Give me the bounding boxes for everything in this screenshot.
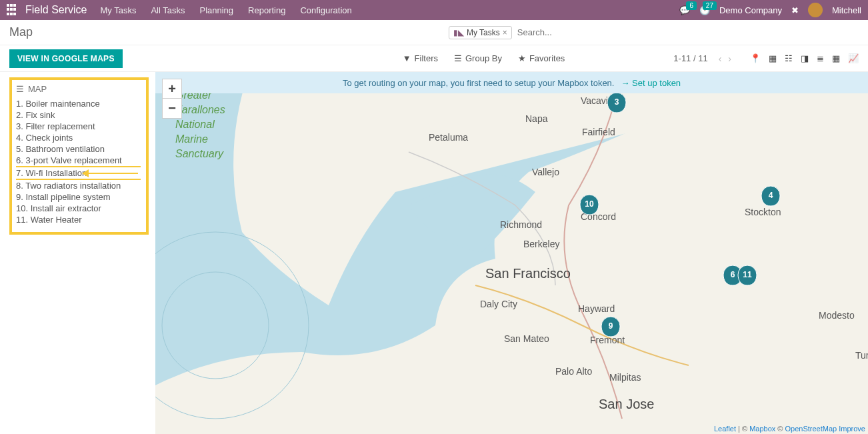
task-item[interactable]: 5. Bathroom ventilation xyxy=(16,143,141,155)
city-label: San Francisco xyxy=(485,266,571,281)
city-label: San Jose xyxy=(599,397,654,411)
next-page-button[interactable]: › xyxy=(728,53,731,64)
svg-text:6: 6 xyxy=(731,270,735,279)
city-label: Petaluma xyxy=(429,132,468,143)
remove-chip-icon[interactable]: × xyxy=(503,28,507,37)
search-chip-my-tasks[interactable]: ▮◣ My Tasks × xyxy=(449,26,512,39)
groupby-button[interactable]: ☰Group By xyxy=(454,53,502,63)
tasks-heading: ☰ MAP xyxy=(16,84,141,94)
park-label: National xyxy=(175,119,215,130)
groupby-label: Group By xyxy=(465,53,502,63)
city-label: Fairfield xyxy=(582,127,615,137)
side-panel: ☰ MAP 1. Boiler maintenance2. Fix sink3.… xyxy=(0,72,155,434)
page-title: Map xyxy=(9,25,33,39)
task-item[interactable]: 3. Filter replacement xyxy=(16,121,141,132)
map-pin-3[interactable]: 3 xyxy=(607,93,626,113)
park-label: Farallones xyxy=(175,104,225,115)
map-pin-4[interactable]: 4 xyxy=(761,186,780,206)
tasks-box: ☰ MAP 1. Boiler maintenance2. Fix sink3.… xyxy=(9,77,149,235)
search-area: ▮◣ My Tasks × xyxy=(449,25,859,40)
search-input[interactable] xyxy=(512,25,859,40)
company-switcher[interactable]: Demo Company xyxy=(719,5,782,15)
app-brand[interactable]: Field Service xyxy=(25,4,87,16)
funnel-icon: ▼ xyxy=(403,53,411,63)
tasks-heading-label: MAP xyxy=(28,84,47,94)
layers-icon: ☰ xyxy=(454,53,462,63)
toolbar-row: VIEW IN GOOGLE MAPS ▼Filters ☰Group By ★… xyxy=(0,45,868,72)
map-attribution: Leaflet | © Mapbox © OpenStreetMap Impro… xyxy=(714,425,865,433)
activity-icon[interactable]: 🕐27 xyxy=(699,5,710,15)
menu-my-tasks[interactable]: My Tasks xyxy=(100,5,136,15)
task-item[interactable]: 8. Two radiators installation xyxy=(16,180,141,191)
user-avatar[interactable] xyxy=(808,3,823,17)
task-item[interactable]: 4. Check joints xyxy=(16,132,141,143)
menu-all-tasks[interactable]: All Tasks xyxy=(151,5,185,15)
map-canvas[interactable]: To get routing on your map, you first ne… xyxy=(155,72,868,434)
activity-count: 27 xyxy=(703,1,717,10)
city-label: Vallejo xyxy=(532,167,559,177)
mapbox-link[interactable]: Mapbox xyxy=(749,425,775,433)
task-item[interactable]: 11. Water Heater xyxy=(16,214,141,225)
prev-page-button[interactable]: ‹ xyxy=(719,53,722,64)
task-item[interactable]: 7. Wi-fi Installation xyxy=(16,166,141,180)
user-name[interactable]: Mitchell xyxy=(832,5,861,15)
setup-token-link[interactable]: → Set up token xyxy=(621,78,681,88)
filters-label: Filters xyxy=(415,53,438,63)
zoom-in-button[interactable]: + xyxy=(162,79,182,99)
zoom-out-button[interactable]: − xyxy=(162,99,182,119)
calendar-view-icon[interactable]: ▦ xyxy=(769,53,777,63)
task-item[interactable]: 2. Fix sink xyxy=(16,109,141,121)
top-nav: Field Service My Tasks All Tasks Plannin… xyxy=(0,0,868,20)
list-view-icon[interactable]: ≣ xyxy=(817,53,824,63)
favorites-button[interactable]: ★Favorites xyxy=(518,53,565,63)
funnel-icon: ▮◣ xyxy=(453,28,464,37)
star-icon: ★ xyxy=(518,53,526,63)
header-row: Map ▮◣ My Tasks × xyxy=(0,20,868,45)
list-icon: ☰ xyxy=(16,84,24,94)
main-menu: My Tasks All Tasks Planning Reporting Co… xyxy=(100,5,351,15)
map-banner: To get routing on your map, you first ne… xyxy=(155,72,868,93)
improve-link[interactable]: Improve xyxy=(839,425,865,433)
map-pin-9[interactable]: 9 xyxy=(601,317,620,337)
apps-icon[interactable] xyxy=(7,4,19,16)
debug-icon[interactable]: ✖ xyxy=(791,5,799,15)
svg-text:10: 10 xyxy=(585,199,594,209)
svg-text:3: 3 xyxy=(615,97,619,107)
task-item[interactable]: 6. 3-port Valve replacement xyxy=(16,155,141,166)
city-label: Stockton xyxy=(745,207,781,217)
menu-reporting[interactable]: Reporting xyxy=(248,5,285,15)
task-item[interactable]: 1. Boiler maintenance xyxy=(16,98,141,109)
city-label: Modesto xyxy=(819,310,855,321)
task-item[interactable]: 10. Install air extractor xyxy=(16,203,141,214)
city-label: Berkeley xyxy=(523,239,559,249)
graph-view-icon[interactable]: 📈 xyxy=(848,53,859,63)
pivot-view-icon[interactable]: ▦ xyxy=(832,53,840,63)
map-view-icon[interactable]: 📍 xyxy=(750,53,761,63)
park-label: Sanctuary xyxy=(175,148,224,159)
city-label: Daly City xyxy=(480,299,517,309)
task-list: 1. Boiler maintenance2. Fix sink3. Filte… xyxy=(16,98,141,225)
leaflet-link[interactable]: Leaflet xyxy=(714,425,736,433)
favorites-label: Favorites xyxy=(529,53,565,63)
map-banner-text: To get routing on your map, you first ne… xyxy=(343,78,615,88)
record-counter: 1-11 / 11 xyxy=(673,53,707,63)
map-pin-11[interactable]: 11 xyxy=(738,265,757,285)
kanban-view-icon[interactable]: ◨ xyxy=(801,53,809,63)
park-label: Marine xyxy=(175,133,208,145)
city-label: Turlock xyxy=(855,350,868,361)
main-area: ☰ MAP 1. Boiler maintenance2. Fix sink3.… xyxy=(0,72,868,434)
city-label: Napa xyxy=(525,113,548,124)
gantt-view-icon[interactable]: ☷ xyxy=(785,53,793,63)
menu-configuration[interactable]: Configuration xyxy=(300,5,351,15)
svg-text:4: 4 xyxy=(769,191,773,200)
map-pin-10[interactable]: 10 xyxy=(580,195,599,215)
view-in-google-maps-button[interactable]: VIEW IN GOOGLE MAPS xyxy=(9,49,123,68)
osm-link[interactable]: OpenStreetMap xyxy=(785,425,837,433)
menu-planning[interactable]: Planning xyxy=(199,5,233,15)
city-label: Hayward xyxy=(578,303,615,314)
city-label: San Mateo xyxy=(504,333,549,344)
chat-icon[interactable]: 💬6 xyxy=(679,5,690,15)
filters-button[interactable]: ▼Filters xyxy=(403,53,438,63)
task-item[interactable]: 9. Install pipeline system xyxy=(16,191,141,203)
chat-count: 6 xyxy=(686,1,697,10)
